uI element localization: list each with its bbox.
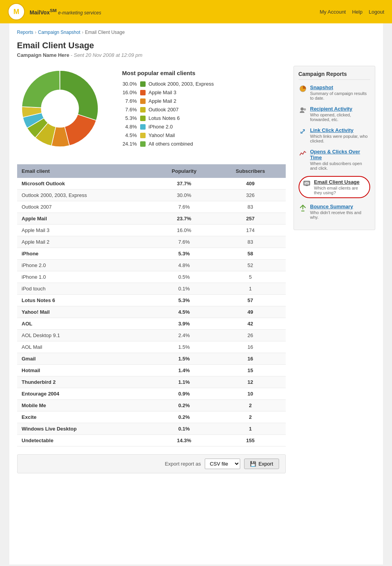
report-desc: Summary of campaign results to date. [310, 91, 370, 100]
report-desc: When did subscribers open and click. [310, 161, 370, 171]
report-desc: Which email clients are they using? [314, 186, 366, 195]
cell-popularity: 16.0% [153, 225, 215, 236]
legend-item: 7.6% Apple Mail 2 [122, 98, 286, 104]
legend-label: Outlook 2007 [149, 107, 179, 112]
table-row: Hotmail 1.4% 15 [17, 365, 286, 376]
sidebar-item-link-click-activity[interactable]: Link Click Activity Which links were pop… [299, 127, 370, 143]
cell-popularity: 1.5% [153, 341, 215, 353]
report-text-3: Opens & Clicks Over Time When did subscr… [310, 149, 370, 171]
cell-subscribers: 12 [215, 376, 286, 388]
cell-subscribers: 1 [215, 283, 286, 295]
cell-popularity: 0.9% [153, 388, 215, 400]
help-link[interactable]: Help [352, 9, 362, 15]
cell-client: Mobile Me [17, 400, 153, 411]
report-title: Bounce Summary [310, 204, 370, 209]
sent-info: - Sent 20 Nov 2008 at 12:09 pm [71, 52, 142, 58]
cell-subscribers: 2 [215, 411, 286, 423]
cell-popularity: 0.2% [153, 411, 215, 423]
cell-client: Apple Mail [17, 213, 153, 225]
legend-pct: 7.6% [122, 107, 137, 112]
logout-link[interactable]: Logout [369, 9, 384, 15]
report-text-0: Snapshot Summary of campaign results to … [310, 84, 370, 100]
header: M MailVoxSM e-marketing services My Acco… [0, 0, 392, 23]
export-bar: Export report as CSV file PDF file Excel… [17, 454, 286, 473]
left-content: .donut-seg { stroke: #fff; stroke-width:… [17, 66, 286, 473]
legend-label: iPhone 2.0 [149, 124, 173, 130]
sidebar-item-email-client-usage[interactable]: Email Client Usage Which email clients a… [299, 176, 370, 198]
cell-popularity: 4.8% [153, 260, 215, 271]
table-row: Outlook 2000, 2003, Express 30.0% 326 [17, 190, 286, 201]
donut-chart: .donut-seg { stroke: #fff; stroke-width:… [17, 66, 103, 151]
legend-items: 30.0% Outlook 2000, 2003, Express 16.0% … [122, 81, 286, 147]
report-text-5: Bounce Summary Who didn't receive this a… [310, 204, 370, 220]
sidebar-item-opens-&-clicks-over-time[interactable]: Opens & Clicks Over Time When did subscr… [299, 149, 370, 171]
cell-client: Gmail [17, 353, 153, 365]
campaign-reports-panel: Campaign Reports Snapshot Summary of cam… [294, 66, 375, 230]
table-row: Mobile Me 0.2% 2 [17, 400, 286, 411]
table-row: iPod touch 0.1% 1 [17, 283, 286, 295]
legend-pct: 4.5% [122, 132, 137, 138]
table-row: Microsoft Outlook 37.7% 409 [17, 178, 286, 190]
legend-item: 5.3% Lotus Notes 6 [122, 115, 286, 121]
breadcrumb-reports[interactable]: Reports [17, 30, 33, 35]
sidebar-item-bounce-summary[interactable]: Bounce Summary Who didn't receive this a… [299, 204, 370, 220]
table-header-row: Email client Popularity Subscribers [17, 164, 286, 178]
cell-popularity: 5.3% [153, 248, 215, 260]
cell-client: Apple Mail 2 [17, 236, 153, 248]
table-row: Entourage 2004 0.9% 10 [17, 388, 286, 400]
cell-popularity: 23.7% [153, 213, 215, 225]
cell-popularity: 5.3% [153, 295, 215, 306]
report-title: Opens & Clicks Over Time [310, 149, 370, 160]
cell-subscribers: 10 [215, 388, 286, 400]
cell-subscribers: 49 [215, 306, 286, 318]
report-title: Link Click Activity [310, 127, 370, 133]
my-account-link[interactable]: My Account [320, 9, 346, 15]
cell-popularity: 0.2% [153, 400, 215, 411]
col-subscribers: Subscribers [215, 164, 286, 178]
legend-label: Lotus Notes 6 [149, 115, 180, 121]
export-button[interactable]: 💾 Export [244, 459, 279, 469]
report-icon-0 [299, 84, 307, 93]
report-title: Snapshot [310, 84, 370, 90]
col-popularity: Popularity [153, 164, 215, 178]
breadcrumb: Reports › Campaign Snapshot › Email Clie… [17, 30, 375, 35]
cell-popularity: 37.7% [153, 178, 215, 190]
table-row: AOL 3.9% 42 [17, 318, 286, 330]
legend-pct: 30.0% [122, 81, 137, 87]
cell-client: Thunderbird 2 [17, 376, 153, 388]
report-icon-4 [302, 179, 311, 188]
cell-client: Yahoo! Mail [17, 306, 153, 318]
legend-title: Most popular email clients [122, 70, 286, 76]
export-icon: 💾 [250, 461, 256, 467]
export-format-select[interactable]: CSV file PDF file Excel file [205, 459, 240, 469]
legend-label: Apple Mail 2 [149, 98, 177, 104]
cell-client: Windows Live Desktop [17, 423, 153, 435]
sidebar-item-recipient-activity[interactable]: Recipient Activity Who opened, clicked, … [299, 106, 370, 122]
cell-popularity: 0.1% [153, 423, 215, 435]
table-row: Lotus Notes 6 5.3% 57 [17, 295, 286, 306]
legend-item: 16.0% Apple Mail 3 [122, 90, 286, 95]
header-left: M MailVoxSM e-marketing services [8, 3, 101, 20]
breadcrumb-campaign-snapshot[interactable]: Campaign Snapshot [38, 30, 81, 35]
svg-point-1 [301, 107, 304, 111]
sidebar-item-snapshot[interactable]: Snapshot Summary of campaign results to … [299, 84, 370, 100]
breadcrumb-current: Email Client Usage [85, 30, 125, 35]
content-layout: .donut-seg { stroke: #fff; stroke-width:… [17, 66, 375, 473]
table-row: Thunderbird 2 1.1% 12 [17, 376, 286, 388]
page-title-area: Email Client Usage Campaign Name Here - … [17, 40, 375, 58]
legend-pct: 7.6% [122, 98, 137, 104]
cell-subscribers: 15 [215, 365, 286, 376]
legend-color-swatch [140, 133, 146, 138]
cell-popularity: 3.9% [153, 318, 215, 330]
cell-client: iPod touch [17, 283, 153, 295]
table-row: Excite 0.2% 2 [17, 411, 286, 423]
table-row: AOL Mail 1.5% 16 [17, 341, 286, 353]
legend-color-swatch [140, 141, 146, 147]
table-row: Apple Mail 23.7% 257 [17, 213, 286, 225]
cell-subscribers: 326 [215, 190, 286, 201]
cell-subscribers: 2 [215, 400, 286, 411]
campaign-name-text: Campaign Name Here [17, 52, 69, 58]
report-title: Email Client Usage [314, 179, 366, 185]
page-title: Email Client Usage [17, 40, 375, 51]
cell-subscribers: 174 [215, 225, 286, 236]
